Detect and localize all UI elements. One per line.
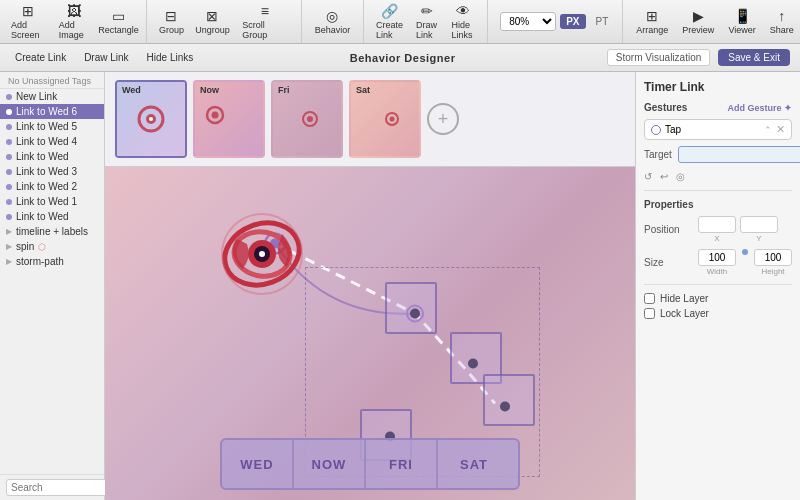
zoom-select[interactable]: 80% 100% 150% <box>500 12 556 31</box>
nav-item-link-wed0[interactable]: Link to Wed <box>0 149 104 164</box>
nav-item-timeline[interactable]: ▶ timeline + labels <box>0 224 104 239</box>
nav-item-link-wed1[interactable]: Link to Wed 1 <box>0 194 104 209</box>
thumb-storm-icon <box>136 104 166 134</box>
nav-item-link-wed2[interactable]: Link to Wed 2 <box>0 179 104 194</box>
path-box-1[interactable] <box>385 282 437 334</box>
toolbar-right-group: ⊞ Arrange ▶ Preview 📱 Viewer ↑ Share ? H… <box>631 0 800 43</box>
timeline-now[interactable]: NOW <box>294 440 366 488</box>
add-screen-plus-button[interactable]: + <box>427 103 459 135</box>
storm-viz-label: Storm Visualization <box>607 49 710 66</box>
action-icon[interactable]: ◎ <box>676 171 685 182</box>
nav-dot <box>6 154 12 160</box>
thumbnail-wed[interactable]: Wed <box>115 80 187 158</box>
thumbnail-sat[interactable]: Sat <box>349 80 421 158</box>
nav-item-link-wed6[interactable]: Link to Wed 6 <box>0 104 104 119</box>
nav-dot <box>6 199 12 205</box>
second-toolbar: Create Link Draw Link Hide Links Behavio… <box>0 44 800 72</box>
gesture-mini-actions: ↺ ↩ ◎ <box>644 171 792 182</box>
gesture-clear-button[interactable]: ✕ <box>776 123 785 136</box>
y-input[interactable] <box>740 216 778 233</box>
nav-item-link-wed-dupe[interactable]: Link to Wed <box>0 209 104 224</box>
path-box-3[interactable] <box>483 374 535 426</box>
nav-item-link-wed5[interactable]: Link to Wed 5 <box>0 119 104 134</box>
rectangle-button[interactable]: ▭ Rectangle <box>99 6 138 37</box>
arrange-button[interactable]: ⊞ Arrange <box>631 6 673 37</box>
thumb-storm-icon <box>204 104 226 126</box>
undo-icon[interactable]: ↩ <box>660 171 668 182</box>
height-input[interactable] <box>754 249 792 266</box>
nav-dot <box>6 124 12 130</box>
height-label: Height <box>761 267 784 276</box>
add-gesture-button[interactable]: Add Gesture ✦ <box>727 103 792 113</box>
add-screen-button[interactable]: ⊞ Add Screen <box>6 1 50 42</box>
svg-point-21 <box>259 251 265 257</box>
refresh-icon[interactable]: ↺ <box>644 171 652 182</box>
lock-layer-label: Lock Layer <box>660 308 709 319</box>
thumb-wed-label: Wed <box>122 85 141 95</box>
preview-icon: ▶ <box>693 8 704 24</box>
drawing-area[interactable]: WED NOW FRI SAT <box>105 167 635 500</box>
position-inputs: X Y <box>698 216 778 243</box>
gesture-radio[interactable] <box>651 125 661 135</box>
nav-item-link-wed3[interactable]: Link to Wed 3 <box>0 164 104 179</box>
panel-header: No Unassigned Tags <box>0 72 104 89</box>
nav-item-spin[interactable]: ▶ spin ⬡ <box>0 239 104 254</box>
lock-layer-checkbox[interactable] <box>644 308 655 319</box>
gesture-stepper[interactable]: ⌃ <box>764 125 772 135</box>
create-link-text-button[interactable]: Create Link <box>10 50 71 65</box>
nav-item-storm-path[interactable]: ▶ storm-path <box>0 254 104 269</box>
draw-link-icon: ✏ <box>421 3 433 19</box>
main-area: No Unassigned Tags New Link Link to Wed … <box>0 72 800 500</box>
add-image-button[interactable]: 🖼 Add Image <box>54 1 95 42</box>
ungroup-button[interactable]: ⊠ Ungroup <box>192 6 233 37</box>
timeline-fri[interactable]: FRI <box>366 440 438 488</box>
second-toolbar-right: Storm Visualization Save & Exit <box>607 49 790 66</box>
preview-button[interactable]: ▶ Preview <box>677 6 719 37</box>
save-exit-button[interactable]: Save & Exit <box>718 49 790 66</box>
nav-item-link-wed4[interactable]: Link to Wed 4 <box>0 134 104 149</box>
scroll-group-button[interactable]: ≡ Scroll Group <box>237 1 292 42</box>
share-icon: ↑ <box>778 8 785 24</box>
width-input-group: Width <box>698 249 736 276</box>
search-bar: 🔍 ⚙ <box>0 474 104 500</box>
left-panel: No Unassigned Tags New Link Link to Wed … <box>0 72 105 500</box>
lock-layer-row: Lock Layer <box>644 308 792 319</box>
width-input[interactable] <box>698 249 736 266</box>
main-toolbar: ⊞ Add Screen 🖼 Add Image ▭ Rectangle ⊟ G… <box>0 0 800 44</box>
target-input[interactable] <box>678 146 800 163</box>
x-input[interactable] <box>698 216 736 233</box>
group-button[interactable]: ⊟ Group <box>155 6 188 37</box>
y-input-group: Y <box>740 216 778 243</box>
hide-links-button[interactable]: 👁 Hide Links <box>447 1 480 42</box>
position-row: Position X Y <box>644 216 792 243</box>
svg-point-8 <box>389 117 394 122</box>
toolbar-link-group: 🔗 Create Link ✏ Draw Link 👁 Hide Links <box>372 0 488 43</box>
thumbnail-fri[interactable]: Fri <box>271 80 343 158</box>
nav-dot <box>6 184 12 190</box>
second-toolbar-left: Create Link Draw Link Hide Links <box>10 50 198 65</box>
pt-button[interactable]: PT <box>590 14 615 29</box>
draw-link-button[interactable]: ✏ Draw Link <box>411 1 443 42</box>
gestures-section-title: Gestures Add Gesture ✦ <box>644 102 792 113</box>
viewer-button[interactable]: 📱 Viewer <box>723 6 760 37</box>
behavior-icon: ◎ <box>326 8 338 24</box>
svg-point-2 <box>149 117 153 121</box>
thumb-storm-icon <box>383 110 401 128</box>
px-button[interactable]: PX <box>560 14 585 29</box>
hide-layer-checkbox[interactable] <box>644 293 655 304</box>
hide-links-text-button[interactable]: Hide Links <box>142 50 199 65</box>
share-button[interactable]: ↑ Share <box>765 6 799 37</box>
nav-dot <box>6 139 12 145</box>
right-panel: Timer Link Gestures Add Gesture ✦ Tap ⌃ … <box>635 72 800 500</box>
behavior-button[interactable]: ◎ Behavior <box>310 6 356 37</box>
nav-dot <box>6 214 12 220</box>
thumbnail-now[interactable]: Now <box>193 80 265 158</box>
y-label: Y <box>756 234 761 243</box>
size-dot <box>742 249 748 255</box>
draw-link-text-button[interactable]: Draw Link <box>79 50 133 65</box>
height-input-group: Height <box>754 249 792 276</box>
timeline-sat[interactable]: SAT <box>438 440 510 488</box>
nav-item-new-link[interactable]: New Link <box>0 89 104 104</box>
create-link-button[interactable]: 🔗 Create Link <box>372 1 407 42</box>
timeline-wed[interactable]: WED <box>222 440 294 488</box>
